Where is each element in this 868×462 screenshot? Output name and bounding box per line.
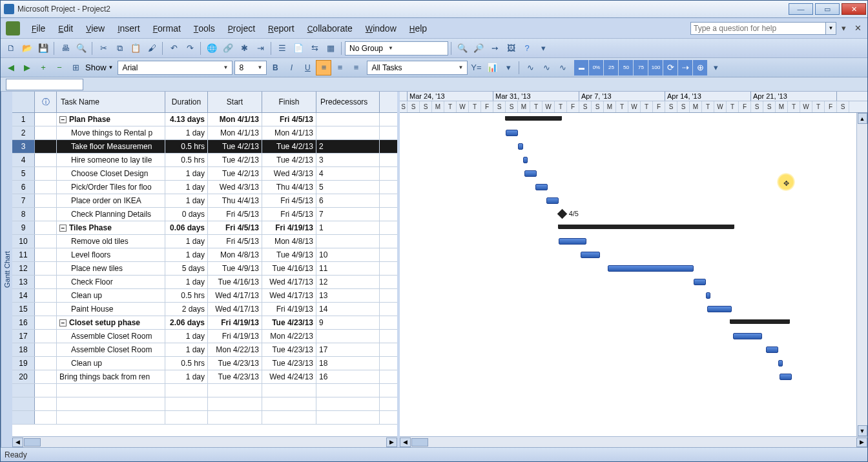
menu-collaborate[interactable]: Collaborate bbox=[301, 21, 359, 36]
gantt-task-bar[interactable] bbox=[581, 252, 600, 258]
cell-predecessors[interactable]: 3 bbox=[316, 154, 380, 166]
menu-help[interactable]: Help bbox=[403, 21, 433, 36]
cell-duration[interactable]: 1 day bbox=[165, 167, 208, 180]
gantt-task-bar[interactable] bbox=[608, 265, 694, 272]
gantt-summary-bar[interactable] bbox=[559, 225, 734, 229]
help-dropdown-icon[interactable]: ▼ bbox=[826, 22, 836, 35]
row-header[interactable]: 20 bbox=[12, 370, 35, 383]
align-left-icon[interactable]: ≡ bbox=[316, 60, 331, 75]
row-header[interactable]: 15 bbox=[12, 303, 35, 316]
cell-duration[interactable]: 0.5 hrs bbox=[165, 154, 208, 166]
gantt-task-bar[interactable] bbox=[778, 360, 783, 367]
cell-name[interactable]: Remove old tiles bbox=[57, 235, 165, 248]
table-row[interactable]: 17Assemble Closet Room1 dayFri 4/19/13Mo… bbox=[12, 330, 397, 343]
gantt-hscroll[interactable]: ◀ ▶ bbox=[400, 436, 867, 447]
cell-duration[interactable]: 1 day bbox=[165, 235, 208, 248]
table-row[interactable]: 19Clean up0.5 hrsTue 4/23/13Tue 4/23/131… bbox=[12, 357, 397, 370]
tracking-icon[interactable]: ∿ bbox=[522, 60, 538, 75]
cell-start[interactable]: Wed 4/3/13 bbox=[208, 181, 262, 194]
paste-icon[interactable]: 📋 bbox=[128, 41, 143, 56]
cell-name[interactable]: Clean up bbox=[57, 289, 165, 302]
show-subtasks-icon[interactable]: + bbox=[36, 60, 51, 75]
cell-predecessors[interactable]: 4 bbox=[316, 167, 380, 180]
table-row[interactable]: 2Move things to Rental p1 dayMon 4/1/13M… bbox=[12, 126, 397, 140]
cell-start[interactable]: Wed 4/17/13 bbox=[208, 303, 262, 316]
menu-format[interactable]: Format bbox=[147, 21, 187, 36]
table-row[interactable]: 6Pick/Order Tiles for floo1 dayWed 4/3/1… bbox=[12, 181, 397, 194]
view-label[interactable]: Gantt Chart bbox=[1, 92, 12, 447]
progress75-icon[interactable]: 50 bbox=[619, 60, 633, 75]
row-header[interactable]: 9 bbox=[12, 221, 35, 234]
row-header[interactable]: 5 bbox=[12, 167, 35, 180]
cell-name[interactable]: −Plan Phase bbox=[57, 113, 165, 126]
font-name-select[interactable]: Arial▼ bbox=[118, 61, 232, 75]
gantt-task-bar[interactable] bbox=[733, 333, 763, 339]
insert-hyperlink-icon[interactable]: 🌐 bbox=[204, 41, 220, 56]
cell-duration[interactable]: 2.06 days bbox=[165, 316, 208, 329]
cell-duration[interactable]: 1 day bbox=[165, 248, 208, 261]
cell-finish[interactable]: Thu 4/4/13 bbox=[262, 181, 316, 194]
cell-predecessors[interactable]: 12 bbox=[316, 276, 380, 288]
tracking2-icon[interactable]: ∿ bbox=[539, 60, 554, 75]
cell-predecessors[interactable] bbox=[316, 113, 380, 126]
row-header[interactable]: 10 bbox=[12, 235, 35, 248]
show-outline-icon[interactable]: ⊞ bbox=[68, 60, 83, 75]
row-header[interactable]: 6 bbox=[12, 181, 35, 194]
cell-predecessors[interactable]: 6 bbox=[316, 194, 380, 207]
cell-finish[interactable]: Tue 4/23/13 bbox=[262, 357, 316, 370]
cell-predecessors[interactable]: 2 bbox=[316, 140, 380, 153]
row-header[interactable]: 3 bbox=[12, 140, 35, 153]
cell-finish[interactable]: Wed 4/17/13 bbox=[262, 289, 316, 302]
cell-duration[interactable]: 1 day bbox=[165, 194, 208, 207]
cell-name[interactable]: Pick/Order Tiles for floo bbox=[57, 181, 165, 194]
toolbar-options-icon[interactable]: ▾ bbox=[535, 41, 551, 56]
update-tasks-icon[interactable]: ⟳ bbox=[663, 60, 677, 75]
cell-duration[interactable]: 1 day bbox=[165, 370, 208, 383]
split-task-icon[interactable]: ⇥ bbox=[253, 41, 268, 56]
table-row[interactable]: 20Bring things back from ren1 dayTue 4/2… bbox=[12, 370, 397, 384]
gantt-task-bar[interactable] bbox=[524, 170, 537, 177]
row-header[interactable]: 2 bbox=[12, 126, 35, 139]
cell-start[interactable]: Mon 4/22/13 bbox=[208, 343, 262, 356]
row-header[interactable]: 8 bbox=[12, 208, 35, 221]
cell-name[interactable]: Take floor Measuremen bbox=[57, 140, 165, 153]
cell-start[interactable]: Fri 4/5/13 bbox=[208, 235, 262, 248]
cell-start[interactable]: Fri 4/5/13 bbox=[208, 221, 262, 234]
toolbar2-options-icon[interactable]: ▾ bbox=[501, 60, 516, 75]
progress50-icon[interactable]: 25 bbox=[604, 60, 618, 75]
row-header[interactable]: 18 bbox=[12, 343, 35, 356]
cell-predecessors[interactable] bbox=[316, 126, 380, 139]
row-header[interactable]: 12 bbox=[12, 262, 35, 275]
menu-window[interactable]: Window bbox=[359, 21, 403, 36]
table-row[interactable]: 7Place order on IKEA1 dayThu 4/4/13Fri 4… bbox=[12, 194, 397, 208]
entry-cell[interactable] bbox=[6, 79, 83, 90]
task-info-icon[interactable]: ☰ bbox=[274, 41, 290, 56]
zoom-out-icon[interactable]: 🔎 bbox=[471, 41, 486, 56]
cell-duration[interactable]: 1 day bbox=[165, 330, 208, 343]
copy-picture-icon[interactable]: 🖼 bbox=[503, 41, 519, 56]
hide-subtasks-icon[interactable]: − bbox=[52, 60, 67, 75]
menubar-close-icon[interactable]: ✕ bbox=[852, 23, 863, 33]
table-row[interactable]: 10Remove old tiles1 dayFri 4/5/13Mon 4/8… bbox=[12, 235, 397, 248]
table-row-empty[interactable] bbox=[12, 397, 397, 411]
outdent-icon[interactable]: ◀ bbox=[3, 60, 19, 75]
cell-predecessors[interactable]: 13 bbox=[316, 289, 380, 302]
reschedule-icon[interactable]: ⇢ bbox=[678, 60, 692, 75]
cell-finish[interactable]: Fri 4/19/13 bbox=[262, 303, 316, 316]
cell-duration[interactable]: 5 days bbox=[165, 262, 208, 275]
col-predecessors[interactable]: Predecessors bbox=[316, 92, 380, 112]
new-icon[interactable]: 🗋 bbox=[3, 41, 19, 56]
cell-finish[interactable]: Tue 4/23/13 bbox=[262, 343, 316, 356]
week-header[interactable]: Apr 7, '13 bbox=[579, 92, 665, 101]
task-notes-icon[interactable]: 📄 bbox=[291, 41, 306, 56]
gantt-chart-area[interactable]: 4/5 bbox=[400, 113, 867, 436]
indicator-column-header[interactable]: ⓘ bbox=[35, 92, 57, 112]
table-row[interactable]: 5Choose Closet Design1 dayTue 4/2/13Wed … bbox=[12, 167, 397, 181]
cell-finish[interactable]: Tue 4/9/13 bbox=[262, 248, 316, 261]
gantt-scroll-down-icon[interactable]: ▼ bbox=[858, 425, 867, 436]
minimize-button[interactable]: — bbox=[789, 3, 813, 15]
cell-finish[interactable]: Fri 4/19/13 bbox=[262, 221, 316, 234]
cell-start[interactable]: Fri 4/19/13 bbox=[208, 316, 262, 329]
scroll-thumb[interactable] bbox=[24, 438, 41, 447]
publish-icon[interactable]: ▦ bbox=[323, 41, 338, 56]
